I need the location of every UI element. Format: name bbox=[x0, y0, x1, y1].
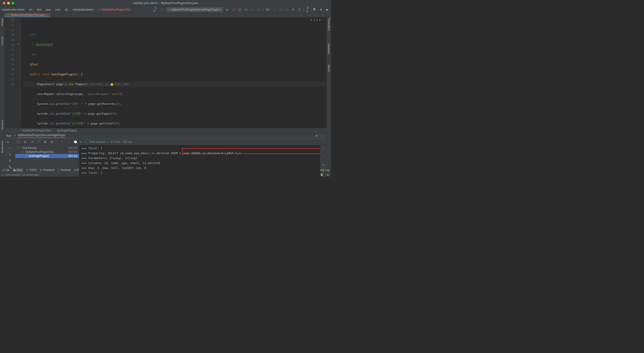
git-push-icon[interactable]: ↗ bbox=[285, 7, 289, 12]
titlebar: mybatis-plus-demo – MyBatisPlusPluginsTe… bbox=[0, 0, 331, 6]
window-title: mybatis-plus-demo – MyBatisPlusPluginsTe… bbox=[133, 1, 198, 5]
crumb-item[interactable]: mybatis-plus-demo bbox=[2, 8, 24, 11]
hide-panel-icon[interactable]: — bbox=[321, 134, 325, 138]
stop-icon[interactable]: ■ bbox=[256, 7, 260, 12]
lock-icon[interactable]: 🔒 bbox=[320, 173, 323, 176]
run-config-label: MyBatisPlusPluginsTest.testPagePlugin bbox=[172, 8, 219, 11]
breadcrumb[interactable]: mybatis-plus-demo〉 src〉 test〉 java〉 com〉… bbox=[2, 7, 130, 11]
add-config-icon[interactable]: 👤▾ bbox=[154, 7, 158, 12]
collapse-icon[interactable]: ⊟ bbox=[50, 140, 54, 144]
next-test-icon[interactable]: ↓ bbox=[67, 140, 71, 144]
minimize-window[interactable] bbox=[7, 2, 10, 4]
fold-gutter[interactable]: ↻ bbox=[17, 17, 21, 128]
crumb-class[interactable]: MyBatisPlusPluginsTest bbox=[22, 129, 51, 132]
tree-root[interactable]: v ✓Test Results502 ms bbox=[15, 146, 79, 150]
attach-icon[interactable]: ⋯ bbox=[250, 7, 254, 12]
tab-project[interactable]: Project bbox=[1, 17, 4, 27]
git-history-icon[interactable]: ⟲ bbox=[291, 7, 295, 12]
code-editor[interactable]: 2021222324252627282930313233 ↻ /** * 测试分… bbox=[4, 17, 326, 128]
back-icon[interactable]: ↖ bbox=[160, 7, 164, 12]
tab-options-icon[interactable]: ⋮ bbox=[321, 13, 325, 17]
tab-filename: MyBatisPlusPluginsTest.java bbox=[11, 13, 45, 16]
git-rollback-icon[interactable]: ↺ bbox=[297, 7, 301, 12]
tab-maven[interactable]: Maven bbox=[328, 64, 330, 73]
crumb-item[interactable]: java bbox=[46, 8, 51, 11]
run-config-selector[interactable]: ✦ MyBatisPlusPluginsTest.testPagePlugin … bbox=[166, 7, 223, 12]
git-label: Git: bbox=[266, 8, 270, 11]
tree-test-selected[interactable]: ✓testPagePlugin()502 ms bbox=[15, 154, 79, 158]
tab-commit[interactable]: Commit bbox=[1, 36, 4, 46]
intention-bulb-icon[interactable] bbox=[110, 83, 113, 86]
more-icon[interactable]: ⋮ bbox=[322, 18, 324, 21]
close-tab-icon[interactable]: × bbox=[46, 13, 48, 16]
left-tool-strip: Project Commit Structure Bookmarks bbox=[0, 13, 4, 167]
test-history-icon[interactable]: 🕐 bbox=[73, 140, 77, 144]
status-message: Tests passed: 1 (a minute ago) bbox=[5, 173, 39, 176]
code-breadcrumb[interactable]: MyBatisPlusPluginsTest 〉 testPagePlugin(… bbox=[4, 128, 326, 133]
btab-todo[interactable]: ≡TODO bbox=[26, 168, 37, 172]
maximize-window[interactable] bbox=[12, 2, 14, 4]
right-tool-strip: PlantUML8... Database Maven bbox=[326, 13, 331, 167]
toggle-pass-icon[interactable]: ✓ bbox=[16, 140, 20, 144]
translate-icon[interactable]: 文A bbox=[306, 7, 310, 12]
code-area[interactable]: /** * 测试分页插件 */ @Test public void testPa… bbox=[21, 17, 326, 128]
console-toolbar: ↑ ↓ ↩ ⤓ 🖶 🗑 bbox=[320, 145, 326, 176]
run-config-name: MyBatisPlusPluginsTest.testPagePlugin bbox=[18, 134, 65, 138]
run-label: Run: bbox=[6, 134, 12, 137]
git-commit-icon[interactable]: ✓ bbox=[278, 7, 282, 12]
coverage-icon[interactable]: ◱ bbox=[238, 7, 242, 12]
crumb-item[interactable]: xiu bbox=[64, 8, 68, 11]
crumb-item-current[interactable]: MyBatisPlusPluginsTest bbox=[102, 8, 130, 11]
tab-structure[interactable]: Structure bbox=[1, 119, 4, 131]
editor-tab-active[interactable]: ⓒ MyBatisPlusPluginsTest.java × bbox=[4, 13, 50, 17]
crumb-method[interactable]: testPagePlugin() bbox=[57, 129, 77, 132]
search-icon[interactable]: 🔍 bbox=[312, 7, 317, 12]
crumb-item[interactable]: test bbox=[37, 8, 41, 11]
tree-class[interactable]: v ✓MyBatisPlusPluginsTest502 ms bbox=[15, 150, 79, 154]
tab-plantuml[interactable]: PlantUML8... bbox=[328, 17, 330, 33]
rerun-failed-icon[interactable]: ↻ bbox=[8, 146, 12, 150]
scroll-down-icon[interactable]: ↓ bbox=[321, 153, 325, 157]
tab-database[interactable]: Database bbox=[328, 42, 330, 55]
editor-tabs: ⓒ MyBatisPlusPluginsTest.java × ⋮ bbox=[4, 13, 326, 17]
expand-icon[interactable]: ⊞ bbox=[43, 140, 47, 144]
prev-test-icon[interactable]: ↑ bbox=[60, 140, 64, 144]
console-output[interactable]: <== Total: 1 ==> Preparing: SELECT id,na… bbox=[79, 145, 320, 176]
btab-run[interactable]: ▶Run bbox=[12, 168, 23, 172]
btab-problems[interactable]: ⊘Problems bbox=[40, 168, 55, 172]
inspection-indicator[interactable]: ⚠1 ʌv ⋮ bbox=[310, 18, 324, 21]
debug-icon[interactable]: 🐞 bbox=[232, 7, 236, 12]
navbar: mybatis-plus-demo〉 src〉 test〉 java〉 com〉… bbox=[0, 6, 331, 13]
sort-alpha-icon[interactable]: ↓ᴬ bbox=[36, 140, 40, 144]
smile-icon[interactable]: ☻ bbox=[326, 173, 329, 176]
status-window-icon[interactable]: ▢ bbox=[2, 173, 4, 176]
toggle-ignored-icon[interactable]: ⊘ bbox=[23, 140, 27, 144]
run-settings-icon[interactable]: ⚙ bbox=[314, 134, 318, 138]
sort-icon[interactable]: ↓≡ bbox=[30, 140, 34, 144]
line-gutter: 2021222324252627282930313233 bbox=[4, 17, 17, 128]
scroll-up-icon[interactable]: ↑ bbox=[321, 147, 325, 151]
avatar-icon[interactable]: ▶ bbox=[325, 7, 329, 12]
tab-bookmarks[interactable]: Bookmarks bbox=[1, 140, 4, 154]
test-summary: Tests passed: 1 bbox=[89, 140, 108, 143]
soft-wrap-icon[interactable]: ↩ bbox=[321, 163, 325, 167]
run-toolbar: ▶ | ✓ ⊘ ↓≡ ↓ᴬ ⊞ ⊟ | ↑ ↓ 🕐 » ✓ Tests pass… bbox=[4, 139, 326, 145]
btab-git[interactable]: ⎇Git bbox=[2, 168, 10, 172]
rerun-icon[interactable]: ▶ bbox=[6, 140, 10, 144]
stop-tests-icon[interactable]: ■ bbox=[8, 153, 12, 157]
crumb-item[interactable]: src bbox=[29, 8, 32, 11]
profile-icon[interactable]: ◷ bbox=[244, 7, 248, 12]
crumb-item[interactable]: mybatisplusdemo bbox=[73, 8, 94, 11]
git-update-icon[interactable]: ✓ bbox=[272, 7, 276, 12]
settings-icon[interactable]: ⚙ bbox=[319, 7, 323, 12]
btab-terminal[interactable]: ⌷Terminal bbox=[58, 168, 71, 172]
run-icon[interactable]: ▶ bbox=[225, 7, 229, 12]
dump-icon[interactable]: ⬇ bbox=[8, 159, 12, 163]
crumb-item[interactable]: com bbox=[55, 8, 60, 11]
test-summary-tail: of 1 test – 502 ms bbox=[110, 140, 132, 143]
close-window[interactable] bbox=[3, 2, 5, 4]
